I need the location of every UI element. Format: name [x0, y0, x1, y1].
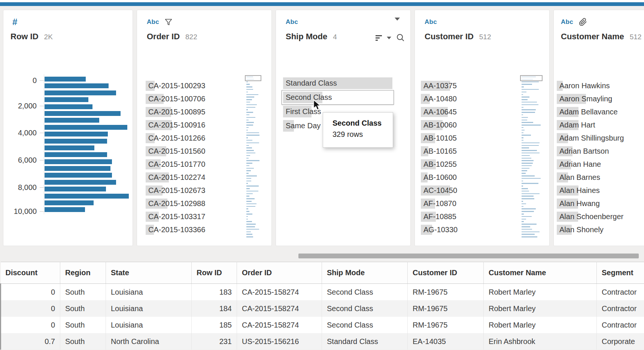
- filter-icon[interactable]: [165, 18, 172, 26]
- histogram-bar[interactable]: [45, 77, 86, 82]
- value-item[interactable]: Aaron Smayling: [557, 94, 644, 104]
- value-label: AF-10885: [421, 212, 507, 222]
- grid-column-header[interactable]: State: [106, 262, 192, 284]
- histogram-bar[interactable]: [45, 152, 107, 157]
- abc-type-icon[interactable]: Abc: [286, 18, 298, 26]
- histogram-bar[interactable]: [45, 125, 127, 130]
- value-item[interactable]: Adam Hart: [557, 120, 644, 130]
- number-type-icon[interactable]: #: [12, 18, 17, 26]
- histogram-bar[interactable]: [45, 145, 94, 150]
- search-icon[interactable]: [396, 33, 405, 42]
- grid-data-row[interactable]: 0 South Louisiana 183 CA-2015-158274 Sec…: [1, 284, 644, 301]
- grid-column-header[interactable]: Customer ID: [408, 262, 484, 284]
- value-item[interactable]: Adam Shillingsburg: [557, 133, 644, 143]
- value-item[interactable]: Adam Bellavance: [557, 107, 644, 117]
- value-label: AA-10375: [421, 81, 507, 91]
- card-menu-caret-icon[interactable]: [395, 18, 400, 21]
- profile-card-customer-name: Abc Customer Name 512 Aaron Hawkins A: [553, 10, 644, 246]
- abc-type-icon[interactable]: Abc: [561, 18, 573, 26]
- value-item[interactable]: Alan Shonely: [557, 225, 644, 235]
- grid-column-header[interactable]: Discount: [1, 262, 60, 284]
- value-item[interactable]: Alan Hwang: [557, 199, 644, 209]
- value-item[interactable]: AF-10870: [421, 199, 507, 209]
- cell-customer-name: Robert Marley: [484, 284, 597, 301]
- minimap-viewport[interactable]: [245, 75, 261, 81]
- grid-column-header[interactable]: Row ID: [192, 262, 237, 284]
- histogram-bar[interactable]: [45, 166, 110, 171]
- value-item[interactable]: Adrian Bartson: [557, 146, 644, 156]
- value-item[interactable]: AB-10165: [421, 146, 507, 156]
- histogram-bar[interactable]: [45, 97, 88, 102]
- value-item[interactable]: AB-10600: [421, 172, 507, 182]
- abc-type-icon[interactable]: Abc: [147, 18, 159, 26]
- value-minimap-scrollbar[interactable]: [522, 76, 541, 240]
- histogram-bar[interactable]: [45, 90, 116, 95]
- value-item[interactable]: Second Class: [283, 92, 392, 103]
- histogram-bar[interactable]: [45, 194, 129, 199]
- value-item[interactable]: CA-2015-101560: [146, 146, 232, 156]
- histogram-bar[interactable]: [45, 173, 112, 178]
- grid-column-header[interactable]: Order ID: [237, 262, 322, 284]
- minimap-viewport[interactable]: [520, 75, 543, 81]
- value-label: CA-2015-100895: [146, 107, 232, 117]
- histogram-bar[interactable]: [45, 132, 108, 136]
- value-label: CA-2015-100916: [146, 120, 232, 130]
- grid-column-header[interactable]: Ship Mode: [322, 262, 408, 284]
- value-item[interactable]: CA-2015-101266: [146, 133, 232, 143]
- grid-column-header[interactable]: Customer Name: [484, 262, 597, 284]
- value-item[interactable]: AA-10480: [421, 94, 507, 104]
- value-item[interactable]: Alan Barnes: [557, 172, 644, 182]
- value-item[interactable]: AG-10330: [421, 225, 507, 235]
- abc-type-icon[interactable]: Abc: [425, 18, 437, 26]
- value-item[interactable]: AA-10645: [421, 107, 507, 117]
- value-label: CA-2015-103317: [146, 212, 232, 222]
- value-item[interactable]: CA-2015-100293: [146, 81, 232, 91]
- value-item[interactable]: Aaron Hawkins: [557, 81, 644, 91]
- value-item[interactable]: AB-10060: [421, 120, 507, 130]
- grid-column-header[interactable]: Region: [60, 262, 106, 284]
- value-item[interactable]: Alan Schoenberger: [557, 212, 644, 222]
- value-label: CA-2015-101770: [146, 159, 232, 169]
- histogram-bar[interactable]: [45, 139, 107, 144]
- cell-order-id: CA-2015-158274: [237, 300, 322, 317]
- histogram-bar[interactable]: [45, 200, 94, 205]
- value-item[interactable]: CA-2015-102988: [146, 199, 232, 209]
- value-item[interactable]: CA-2015-102274: [146, 172, 232, 182]
- value-item[interactable]: CA-2015-101770: [146, 159, 232, 169]
- profile-card-row-id: # Row ID 2K 02,0004,0006,0008,00010,000: [3, 10, 133, 246]
- grid-column-header[interactable]: Segment: [597, 262, 644, 284]
- histogram-bar[interactable]: [45, 187, 106, 191]
- value-item[interactable]: Adrian Hane: [557, 159, 644, 169]
- grid-data-row[interactable]: 0 South Louisiana 184 CA-2015-158274 Sec…: [1, 300, 644, 317]
- histogram-bar[interactable]: [45, 159, 112, 164]
- value-minimap-scrollbar[interactable]: [246, 76, 260, 240]
- horizontal-scrollbar-thumb[interactable]: [298, 254, 639, 258]
- histogram-bar[interactable]: [45, 207, 85, 212]
- value-item[interactable]: CA-2015-100706: [146, 94, 232, 104]
- value-item[interactable]: AB-10255: [421, 159, 507, 169]
- value-item[interactable]: CA-2015-102673: [146, 185, 232, 196]
- value-item[interactable]: CA-2015-103366: [146, 225, 232, 235]
- value-item[interactable]: AC-10450: [421, 185, 507, 196]
- grid-data-row[interactable]: 0.7 South North Carolina 231 US-2015-156…: [1, 333, 644, 350]
- field-title: Row ID: [10, 32, 39, 42]
- value-item[interactable]: AF-10885: [421, 212, 507, 222]
- value-item[interactable]: AB-10105: [421, 133, 507, 143]
- grid-data-row[interactable]: 0 South Louisiana 185 CA-2015-158274 Sec…: [1, 317, 644, 333]
- histogram-bar[interactable]: [45, 180, 116, 185]
- histogram-bar[interactable]: [45, 104, 92, 109]
- value-item[interactable]: AA-10375: [421, 81, 507, 91]
- histogram-bar[interactable]: [45, 118, 99, 123]
- value-item[interactable]: CA-2015-103317: [146, 212, 232, 222]
- axis-tick-label: 8,000: [3, 183, 37, 191]
- value-item[interactable]: Alan Haines: [557, 185, 644, 196]
- value-item[interactable]: CA-2015-100895: [146, 107, 232, 117]
- histogram-bar[interactable]: [45, 111, 121, 116]
- value-item[interactable]: CA-2015-100916: [146, 120, 232, 130]
- paperclip-icon[interactable]: [579, 18, 587, 26]
- histogram-bar[interactable]: [45, 83, 109, 88]
- sort-descending-icon[interactable]: [376, 35, 382, 41]
- value-item[interactable]: Standard Class: [283, 77, 392, 89]
- tooltip-title: Second Class: [332, 119, 393, 128]
- sort-caret-icon[interactable]: [387, 37, 391, 39]
